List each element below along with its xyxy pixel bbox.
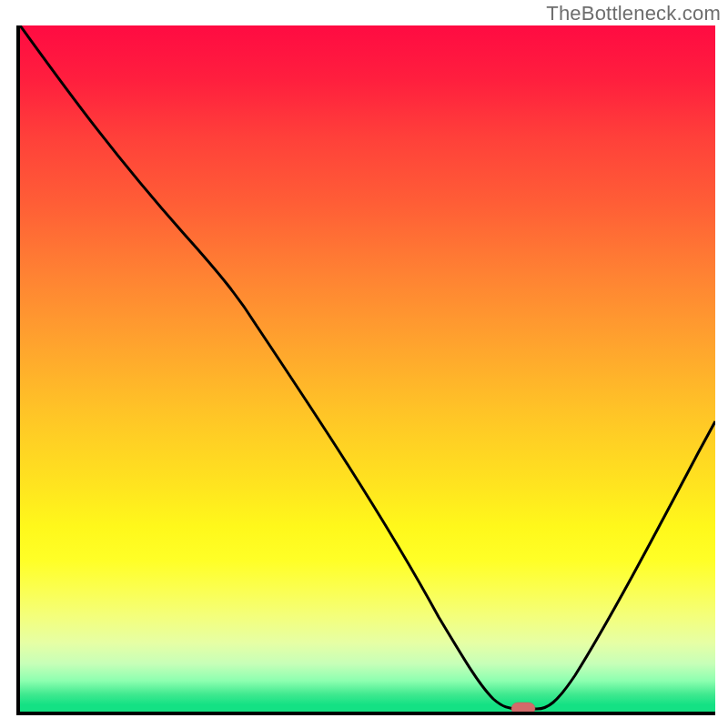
min-marker bbox=[511, 703, 535, 712]
chart-container: TheBottleneck.com bbox=[0, 0, 728, 728]
watermark-label: TheBottleneck.com bbox=[546, 2, 721, 25]
curve-path bbox=[20, 25, 715, 709]
bottleneck-curve bbox=[20, 25, 715, 712]
plot-area bbox=[16, 25, 715, 715]
